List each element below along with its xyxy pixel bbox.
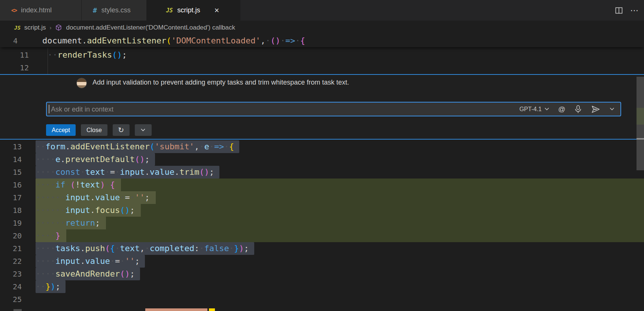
tab-label: index.html <box>21 6 52 14</box>
chat-input[interactable] <box>50 103 464 116</box>
split-editor-icon[interactable] <box>614 6 623 15</box>
text-caret <box>49 105 49 113</box>
line-number: 23 <box>0 268 22 280</box>
line-number: 22 <box>0 255 22 268</box>
chat-input-box[interactable]: GPT-4.1 @ <box>46 102 621 116</box>
inserted-line-highlight <box>36 179 644 191</box>
sticky-scroll-line[interactable]: 4 document.addEventListener('DOMContentL… <box>0 34 644 47</box>
inserted-line-highlight <box>36 217 644 229</box>
chat-action-buttons: Accept Close ↻ <box>46 124 152 136</box>
partial-line-number-sliver <box>13 309 22 311</box>
code-line[interactable]: 25 <box>0 293 644 306</box>
line-number: 21 <box>0 242 22 255</box>
send-button[interactable] <box>591 105 601 113</box>
tab-index-html[interactable]: <> index.html <box>0 0 82 21</box>
code-line[interactable]: 20····} <box>0 229 644 242</box>
microphone-icon[interactable] <box>574 105 582 114</box>
code-text: ··form.addEventListener('submit',·e·=>·{ <box>36 140 239 153</box>
breadcrumb-file[interactable]: script.js <box>24 24 46 31</box>
chevron-down-icon <box>140 128 146 132</box>
code-text: ····const·text·=·input.value.trim(); <box>36 166 219 179</box>
code-text: document.addEventListener('DOMContentLoa… <box>42 34 305 47</box>
line-number: 18 <box>0 204 22 217</box>
code-line[interactable]: 14····e.preventDefault(); <box>0 153 644 166</box>
line-number: 15 <box>0 166 22 179</box>
vscode-window: <> index.html # styles.css JS script.js … <box>0 0 644 311</box>
code-text: ······input.focus(); <box>36 204 141 217</box>
code-text: ··}); <box>36 280 66 293</box>
js-file-icon: JS <box>166 7 173 14</box>
line-number: 11 <box>0 49 29 61</box>
line-number: 4 <box>0 34 18 47</box>
inline-chat-widget: Add input validation to prevent adding e… <box>0 74 644 140</box>
code-line[interactable]: 18······input.focus(); <box>0 204 644 217</box>
line-number: 19 <box>0 217 22 229</box>
user-avatar <box>76 78 87 88</box>
line-number: 13 <box>0 140 22 153</box>
chat-input-controls: GPT-4.1 @ <box>519 103 614 116</box>
tab-styles-css[interactable]: # styles.css <box>82 0 147 21</box>
attach-context-icon[interactable]: @ <box>558 105 565 113</box>
code-line[interactable]: 22····input.value·=·''; <box>0 255 644 268</box>
line-number: 14 <box>0 153 22 166</box>
breadcrumb-symbol[interactable]: document.addEventListener('DOMContentLoa… <box>66 24 235 31</box>
rerun-request-button[interactable]: ↻ <box>113 124 130 136</box>
line-number: 20 <box>0 229 22 242</box>
editor-code-area[interactable]: 13··form.addEventListener('submit',·e·=>… <box>0 140 644 311</box>
editor-top-lines[interactable]: 11··renderTasks();12 <box>0 48 644 74</box>
scrollbar-cursor-marker <box>637 138 644 140</box>
chevron-down-icon <box>544 107 549 111</box>
code-line[interactable]: 17······input.value·=·''; <box>0 191 644 204</box>
line-number: 24 <box>0 280 22 293</box>
model-picker[interactable]: GPT-4.1 <box>519 106 549 113</box>
partial-code-sliver <box>145 308 207 311</box>
breadcrumb: JS script.js › document.addEventListener… <box>0 21 644 34</box>
code-line[interactable]: 12 <box>0 61 644 74</box>
symbol-cube-icon <box>55 24 62 31</box>
editor-actions: ⋯ <box>614 0 644 21</box>
code-line[interactable]: 24··}); <box>0 280 644 293</box>
chevron-right-icon: › <box>49 24 51 31</box>
code-line[interactable]: 21····tasks.push({·text,·completed:·fals… <box>0 242 644 255</box>
chat-user-message: Add input validation to prevent adding e… <box>92 79 349 86</box>
tab-script-js[interactable]: JS script.js × <box>147 0 240 21</box>
code-line[interactable]: 16····if·(!text)·{ <box>0 179 644 191</box>
code-text: ····saveAndRender(); <box>36 268 140 280</box>
code-text: ····if·(!text)·{ <box>36 179 121 191</box>
accept-button[interactable]: Accept <box>46 124 76 136</box>
line-number: 12 <box>0 61 29 74</box>
code-text: ······input.value·=·''; <box>36 191 156 204</box>
code-text: ····e.preventDefault(); <box>36 153 155 166</box>
line-number: 16 <box>0 179 22 191</box>
js-file-icon: JS <box>14 25 21 31</box>
code-text: ······return; <box>36 217 106 229</box>
html-file-icon: <> <box>11 7 16 14</box>
css-file-icon: # <box>93 6 97 14</box>
code-line[interactable]: 15····const·text·=·input.value.trim(); <box>0 166 644 179</box>
code-text: ····input.value·=·''; <box>36 255 145 268</box>
code-text: ····tasks.push({·text,·completed:·false·… <box>36 242 254 255</box>
send-options-chevron-icon[interactable] <box>610 107 614 111</box>
tab-label: styles.css <box>101 6 131 14</box>
tab-bar: <> index.html # styles.css JS script.js … <box>0 0 644 21</box>
more-actions-icon[interactable]: ⋯ <box>630 6 639 15</box>
close-button[interactable]: Close <box>81 124 107 136</box>
toggle-changes-chevron-button[interactable] <box>135 124 152 136</box>
line-number: 17 <box>0 191 22 204</box>
code-text: ····} <box>36 229 66 242</box>
code-line[interactable]: 11··renderTasks(); <box>0 49 644 61</box>
partial-code-sliver <box>209 308 215 311</box>
code-line[interactable]: 19······return; <box>0 217 644 229</box>
close-tab-icon[interactable]: × <box>215 6 219 15</box>
code-text: ··renderTasks(); <box>48 49 127 61</box>
line-number: 25 <box>0 293 22 306</box>
tab-label: script.js <box>177 6 200 14</box>
code-line[interactable]: 23····saveAndRender(); <box>0 268 644 280</box>
model-label: GPT-4.1 <box>519 106 542 113</box>
inserted-line-highlight <box>36 229 644 242</box>
code-line[interactable]: 13··form.addEventListener('submit',·e·=>… <box>0 140 644 153</box>
scrollbar-inserted-decoration <box>637 108 644 125</box>
